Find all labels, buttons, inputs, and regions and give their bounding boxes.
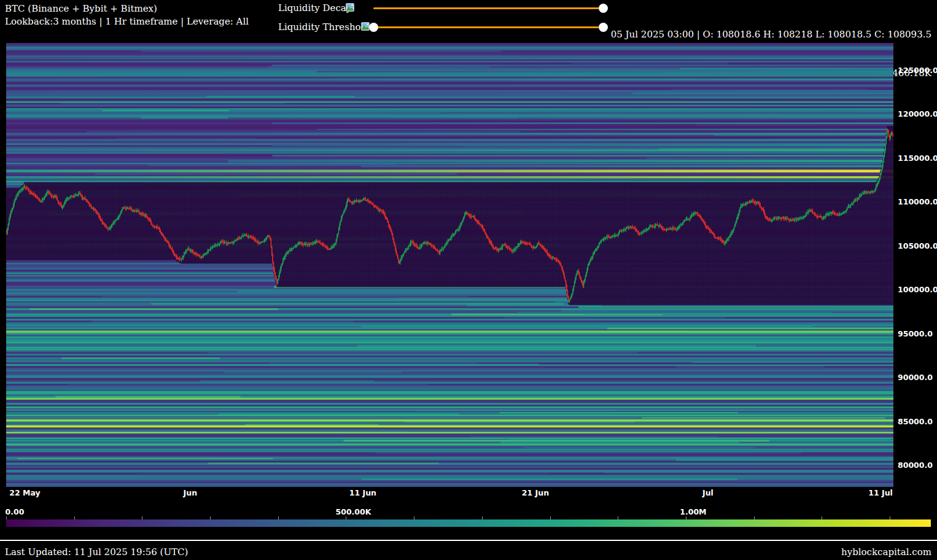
header-left: BTC (Binance + Bybit + Bitmex) Lookback:… [5,2,249,28]
liquidity-decay-label: Liquidity Decay [278,2,351,14]
y-axis-tick-label: 85000.0 [898,417,933,426]
liquidity-threshold-slider-track[interactable] [373,26,603,28]
x-axis-tick-label: 21 Jun [522,488,549,497]
footer-divider [0,540,937,541]
y-axis-tick-label: 95000.0 [898,329,933,338]
liquidity-threshold-label: Liquidity Threshold [278,21,370,33]
last-updated-label: Last Updated: 11 Jul 2025 19:56 (UTC) [5,546,188,558]
y-axis-tick-label: 90000.0 [898,373,933,382]
colorbar [6,515,931,527]
liquidity-threshold-slider-handle[interactable] [599,23,608,32]
chart-title: BTC (Binance + Bybit + Bitmex) [5,2,249,15]
chart-subtitle: Lookback:3 months | 1 Hr timeframe | Lev… [5,15,249,28]
y-axis-tick-label: 125000.0 [898,66,937,75]
y-axis-tick-label: 80000.0 [898,461,933,470]
broken-image-icon [346,3,355,15]
x-axis-tick-label: Jun [184,488,197,497]
liquidity-heatmap-canvas[interactable] [6,43,893,487]
y-axis-tick-label: 120000.0 [898,109,937,119]
liquidity-decay-slider-handle[interactable] [599,4,608,13]
x-axis-tick-label: Jul [702,488,713,497]
x-axis-tick-label: 11 Jun [349,488,376,497]
liquidity-threshold-slider-handle[interactable] [369,23,378,32]
y-axis-tick-label: 105000.0 [898,241,937,251]
y-axis-tick-label: 115000.0 [898,154,937,163]
ohlc-readout: 05 Jul 2025 03:00 | O: 108018.6 H: 10821… [611,28,931,41]
site-link[interactable]: hyblockcapital.com [841,546,931,558]
x-axis-tick-label: 22 May [9,488,40,497]
y-axis-tick-label: 100000.0 [898,285,937,294]
y-axis-tick-label: 110000.0 [898,197,937,206]
x-axis-tick-label: 11 Jul [868,488,893,497]
liquidity-decay-slider-track[interactable] [373,7,603,9]
